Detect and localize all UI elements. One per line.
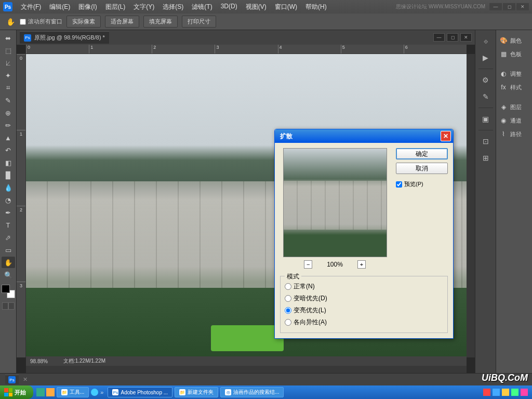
cancel-button[interactable]: 取消 bbox=[396, 163, 448, 174]
stamp-tool[interactable]: ▲ bbox=[2, 132, 15, 143]
quick-launch-icon[interactable] bbox=[91, 389, 98, 396]
window-minimize[interactable]: — bbox=[489, 3, 502, 10]
mode-lighten[interactable]: 变亮优先(L) bbox=[285, 304, 443, 316]
move-tool[interactable]: ⬌ bbox=[2, 32, 15, 44]
fill-screen-button[interactable]: 填充屏幕 bbox=[143, 16, 178, 28]
zoom-level[interactable]: 98.88% bbox=[30, 358, 48, 364]
scroll-all-checkbox[interactable]: 滚动所有窗口 bbox=[20, 18, 62, 25]
zoom-tool[interactable]: 🔍 bbox=[2, 269, 15, 281]
menu-filter[interactable]: 滤镜(T) bbox=[189, 1, 215, 13]
fit-screen-button[interactable]: 适合屏幕 bbox=[105, 16, 139, 28]
panel-styles[interactable]: fx样式 bbox=[496, 81, 532, 94]
zoom-in-button[interactable]: + bbox=[357, 260, 366, 269]
foreground-color-swatch[interactable] bbox=[2, 285, 10, 293]
eraser-tool[interactable]: ◧ bbox=[2, 157, 15, 168]
diffuse-dialog: 扩散 ✕ − 100% + 确定 取消 预览(P) 模式 正常(N) 变暗优先(… bbox=[274, 129, 454, 339]
mode-anisotropic[interactable]: 各向异性(A) bbox=[285, 316, 443, 328]
bottom-doc-tab[interactable]: Ps bbox=[5, 375, 19, 384]
menu-view[interactable]: 视图(V) bbox=[243, 1, 270, 13]
zoom-out-button[interactable]: − bbox=[304, 260, 312, 269]
ok-button[interactable]: 确定 bbox=[396, 148, 448, 159]
wand-tool[interactable]: ✦ bbox=[2, 70, 15, 81]
hand-tool-icon: ✋ bbox=[5, 17, 16, 27]
path-tool[interactable]: ⬀ bbox=[2, 232, 15, 243]
dialog-titlebar[interactable]: 扩散 ✕ bbox=[275, 129, 453, 143]
tray-icon[interactable] bbox=[511, 389, 518, 396]
panel-paths[interactable]: ⌇路径 bbox=[496, 128, 532, 140]
tab-close-icon[interactable]: ✕ bbox=[23, 376, 28, 383]
palette-icon: 🎨 bbox=[499, 36, 508, 45]
dock-history-icon[interactable]: ⟐ bbox=[478, 34, 493, 48]
pen-tool[interactable]: ✒ bbox=[2, 207, 15, 218]
start-button[interactable]: 开始 bbox=[0, 385, 33, 399]
eyedropper-tool[interactable]: ✎ bbox=[2, 95, 15, 106]
tray-icon[interactable] bbox=[493, 389, 500, 396]
actual-pixels-button[interactable]: 实际像素 bbox=[66, 16, 101, 28]
dodge-tool[interactable]: ◔ bbox=[2, 194, 15, 206]
menu-image[interactable]: 图像(I) bbox=[75, 1, 100, 13]
menu-3d[interactable]: 3D(D) bbox=[218, 1, 241, 13]
document-tab[interactable]: Ps 原照.jpg @ 98.9%(RGB/8) * bbox=[20, 31, 109, 44]
toolbox: ⬌ ⬚ ⟀ ✦ ⌗ ✎ ⊕ ✏ ▲ ↶ ◧ ▉ 💧 ◔ ✒ T ⬀ ▭ ✋ 🔍 bbox=[0, 30, 17, 373]
styles-icon: fx bbox=[499, 83, 508, 91]
menu-file[interactable]: 文件(F) bbox=[18, 1, 44, 13]
crop-tool[interactable]: ⌗ bbox=[2, 82, 15, 94]
window-close[interactable]: ✕ bbox=[516, 3, 529, 10]
window-maximize[interactable]: ◻ bbox=[503, 3, 515, 10]
history-brush-tool[interactable]: ↶ bbox=[2, 144, 15, 156]
mode-normal[interactable]: 正常(N) bbox=[285, 281, 443, 292]
type-tool[interactable]: T bbox=[2, 219, 15, 231]
task-folder[interactable]: 📁 新建文件夹 bbox=[175, 387, 218, 397]
quick-launch-icon[interactable] bbox=[46, 388, 55, 396]
dialog-close-button[interactable]: ✕ bbox=[441, 131, 451, 141]
panel-adjustments[interactable]: ◐调整 bbox=[496, 68, 532, 80]
scrollbar-vertical[interactable] bbox=[467, 54, 475, 357]
menu-type[interactable]: 文字(Y) bbox=[130, 1, 157, 13]
preview-zoom: 100% bbox=[327, 261, 343, 268]
screen-mode[interactable] bbox=[2, 302, 15, 310]
task-browser[interactable]: ◎ 油画作品的搜索结... bbox=[220, 387, 284, 397]
dock-actions-icon[interactable]: ▶ bbox=[478, 51, 493, 64]
menu-select[interactable]: 选择(S) bbox=[159, 1, 187, 13]
gradient-tool[interactable]: ▉ bbox=[2, 169, 15, 181]
task-tools[interactable]: 📁 工具... bbox=[57, 387, 89, 397]
task-photoshop[interactable]: Ps Adobe Photoshop ... bbox=[108, 387, 172, 397]
doc-minimize[interactable]: — bbox=[433, 33, 445, 42]
marquee-tool[interactable]: ⬚ bbox=[2, 45, 15, 56]
color-swatches[interactable] bbox=[2, 285, 15, 298]
menu-window[interactable]: 窗口(W) bbox=[272, 1, 300, 13]
watermark-text: 思缘设计论坛 WWW.MISSYUAN.COM bbox=[396, 3, 485, 10]
panel-channels[interactable]: ◉通道 bbox=[496, 114, 532, 127]
tray-icon[interactable] bbox=[483, 389, 490, 396]
menu-help[interactable]: 帮助(H) bbox=[302, 1, 330, 13]
dock-navigator-icon[interactable]: ⊞ bbox=[478, 151, 493, 165]
doc-close[interactable]: ✕ bbox=[460, 33, 472, 42]
panel-layers[interactable]: ◈图层 bbox=[496, 101, 532, 113]
filter-preview[interactable] bbox=[283, 148, 387, 257]
blur-tool[interactable]: 💧 bbox=[2, 182, 15, 193]
lasso-tool[interactable]: ⟀ bbox=[2, 57, 15, 69]
dock-info-icon[interactable]: ⊡ bbox=[478, 135, 493, 148]
dock-character-icon[interactable]: ▣ bbox=[478, 112, 493, 126]
shape-tool[interactable]: ▭ bbox=[2, 244, 15, 256]
panel-swatches[interactable]: ▦色板 bbox=[496, 48, 532, 60]
tray-icon[interactable] bbox=[502, 389, 509, 396]
dock-properties-icon[interactable]: ⚙ bbox=[478, 73, 493, 87]
doc-size: 文档:1.22M/1.22M bbox=[63, 357, 105, 365]
preview-checkbox[interactable]: 预览(P) bbox=[396, 180, 448, 188]
system-tray[interactable] bbox=[483, 389, 532, 396]
doc-maximize[interactable]: ◻ bbox=[447, 33, 458, 42]
hand-tool[interactable]: ✋ bbox=[2, 257, 15, 268]
scrollbar-horizontal[interactable] bbox=[26, 366, 467, 373]
tray-icon[interactable] bbox=[521, 389, 528, 396]
dock-brushes-icon[interactable]: ✎ bbox=[478, 90, 493, 103]
document-title: 原照.jpg @ 98.9%(RGB/8) * bbox=[34, 34, 105, 42]
panel-color[interactable]: 🎨颜色 bbox=[496, 34, 532, 47]
quick-launch-icon[interactable] bbox=[36, 388, 45, 396]
menu-layer[interactable]: 图层(L) bbox=[102, 1, 129, 13]
menu-edit[interactable]: 编辑(E) bbox=[46, 1, 73, 13]
mode-darken[interactable]: 变暗优先(D) bbox=[285, 292, 443, 304]
brush-tool[interactable]: ✏ bbox=[2, 119, 15, 131]
print-size-button[interactable]: 打印尺寸 bbox=[182, 16, 216, 28]
healing-tool[interactable]: ⊕ bbox=[2, 107, 15, 118]
